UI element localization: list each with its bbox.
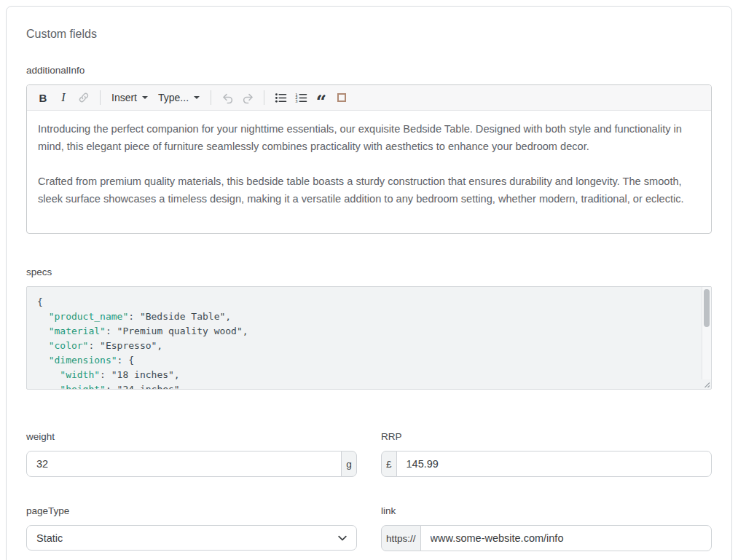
link-input-group: https:// [381,525,712,551]
page-type-field: pageType Static [26,505,357,551]
svg-text:3: 3 [295,99,297,103]
undo-button[interactable] [217,87,238,108]
undo-icon [221,91,235,105]
blockquote-icon: “ [316,98,326,106]
specs-field: specs { "product_name": "Bedside Table",… [26,267,712,390]
numbered-list-icon: 1 2 3 [294,91,308,105]
toolbar-divider [100,90,101,105]
page-type-label: pageType [26,505,357,516]
weight-field: weight g [26,431,357,477]
link-input[interactable] [420,525,712,551]
rrp-input-group: £ [381,451,712,477]
page-type-selected-value: Static [36,532,63,544]
weight-input-group: g [26,451,357,477]
editor-toolbar: B I Insert Type... [27,85,711,111]
rrp-input[interactable] [396,451,712,477]
link-button[interactable] [74,87,94,108]
weight-rrp-row: weight g RRP £ [26,431,712,477]
bold-button[interactable]: B [33,87,53,108]
weight-label: weight [26,431,357,442]
rrp-field: RRP £ [381,431,712,477]
pagetype-link-row: pageType Static link https:// [26,505,712,551]
bullet-list-icon [274,91,288,105]
link-field: link https:// [381,505,712,551]
editor-content[interactable]: Introducing the perfect companion for yo… [27,111,711,233]
link-icon [77,91,90,104]
insert-dropdown[interactable]: Insert [106,87,153,108]
rich-text-editor: B I Insert Type... [26,84,712,234]
redo-icon [241,91,255,105]
specs-code-textarea[interactable]: { "product_name": "Bedside Table", "mate… [26,286,712,390]
anchor-icon [337,93,346,102]
page-title: Custom fields [26,28,712,41]
specs-code-content: { "product_name": "Bedside Table", "mate… [27,287,711,390]
specs-label: specs [26,267,712,277]
anchor-button[interactable] [331,87,352,108]
blockquote-button[interactable]: “ [311,87,331,108]
resize-handle-icon[interactable] [702,379,710,388]
weight-input[interactable] [26,451,342,477]
additional-info-label: additionalInfo [26,65,712,76]
toolbar-divider [264,90,264,105]
chevron-down-icon [338,535,347,541]
redo-button[interactable] [238,87,258,108]
chevron-down-icon [142,96,148,99]
numbered-list-button[interactable]: 1 2 3 [291,87,311,108]
type-dropdown[interactable]: Type... [153,87,205,108]
chevron-down-icon [194,96,200,99]
weight-unit-addon: g [341,451,357,477]
scrollbar-thumb[interactable] [704,289,710,327]
toolbar-divider [211,90,211,105]
type-dropdown-label: Type... [158,92,189,103]
additional-info-field: additionalInfo B I Insert [26,65,712,234]
editor-paragraph: Introducing the perfect companion for yo… [38,120,700,155]
page-type-select[interactable]: Static [26,525,357,551]
editor-paragraph: Crafted from premium quality materials, … [38,173,700,208]
rrp-currency-addon: £ [381,451,397,477]
link-protocol-addon: https:// [381,525,421,551]
bullet-list-button[interactable] [270,87,291,108]
insert-dropdown-label: Insert [111,92,137,103]
scrollbar[interactable] [702,287,711,379]
rrp-label: RRP [381,431,712,442]
link-label: link [381,505,712,516]
italic-button[interactable]: I [53,87,74,108]
custom-fields-card: Custom fields additionalInfo B I I [6,6,732,560]
